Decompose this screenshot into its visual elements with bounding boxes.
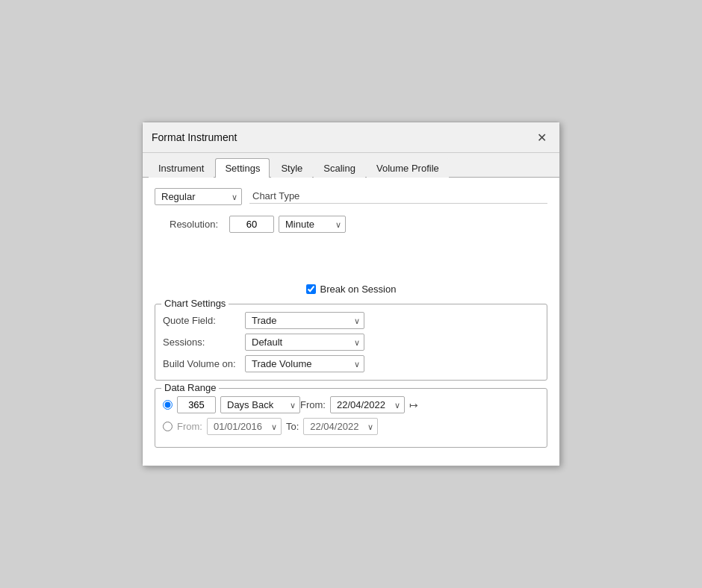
data-range-row-2: From: 01/01/2016 To: 22/04/2022	[163, 418, 539, 435]
tab-bar: Instrument Settings Style Scaling Volume…	[143, 153, 559, 178]
to-date-select[interactable]: 22/04/2022	[303, 418, 378, 435]
tab-settings[interactable]: Settings	[215, 158, 270, 178]
quote-field-select[interactable]: Trade Bid Ask Mid	[245, 312, 364, 329]
resolution-row: Resolution: Second Minute Hour Day Week …	[170, 216, 547, 233]
to-label: To:	[286, 421, 299, 432]
from-date-dropdown-1[interactable]: 22/04/2022	[330, 396, 405, 413]
days-back-select[interactable]: Days Back Bars Back Weeks Back	[220, 396, 300, 413]
tab-scaling[interactable]: Scaling	[314, 158, 365, 178]
build-volume-dropdown[interactable]: Trade Volume Bid Volume Ask Volume	[245, 355, 364, 372]
close-button[interactable]: ✕	[532, 128, 550, 146]
sessions-dropdown[interactable]: Default Extended Custom	[245, 334, 364, 351]
to-date-dropdown[interactable]: 22/04/2022	[303, 418, 378, 435]
data-range-radio-1[interactable]	[163, 400, 173, 410]
chart-type-label: Chart Type	[249, 190, 547, 204]
tab-volume-profile[interactable]: Volume Profile	[367, 158, 449, 178]
chart-type-dropdown-wrapper[interactable]: Regular Heikin-Ashi Renko Kagi Point & F…	[155, 188, 242, 205]
sessions-select[interactable]: Default Extended Custom	[245, 334, 364, 351]
from-label-2: From:	[177, 421, 202, 432]
break-on-session-label: Break on Session	[320, 284, 397, 295]
resolution-unit-dropdown[interactable]: Second Minute Hour Day Week Month	[279, 216, 346, 233]
dialog-body: Regular Heikin-Ashi Renko Kagi Point & F…	[143, 178, 559, 466]
data-range-group: Data Range Days Back Bars Back Weeks Bac…	[155, 388, 547, 448]
spacer	[155, 239, 547, 284]
quote-field-label: Quote Field:	[163, 315, 245, 326]
tab-style[interactable]: Style	[271, 158, 312, 178]
build-volume-select[interactable]: Trade Volume Bid Volume Ask Volume	[245, 355, 364, 372]
data-range-legend: Data Range	[161, 382, 219, 393]
sessions-label: Sessions:	[163, 337, 245, 348]
from-date-select-1[interactable]: 22/04/2022	[330, 396, 405, 413]
resolution-label: Resolution:	[170, 219, 229, 230]
break-on-session-checkbox[interactable]	[306, 284, 316, 294]
chart-type-row: Regular Heikin-Ashi Renko Kagi Point & F…	[155, 188, 547, 205]
sessions-row: Sessions: Default Extended Custom	[163, 334, 539, 351]
format-instrument-dialog: Format Instrument ✕ Instrument Settings …	[142, 122, 560, 466]
resolution-unit-select[interactable]: Second Minute Hour Day Week Month	[279, 216, 346, 233]
titlebar: Format Instrument ✕	[143, 122, 559, 153]
chart-settings-legend: Chart Settings	[161, 298, 229, 309]
quote-field-row: Quote Field: Trade Bid Ask Mid	[163, 312, 539, 329]
pin-icon[interactable]: ↦	[409, 399, 418, 411]
quote-field-dropdown[interactable]: Trade Bid Ask Mid	[245, 312, 364, 329]
days-back-input[interactable]	[177, 396, 216, 413]
data-range-row-1: Days Back Bars Back Weeks Back From: 22/…	[163, 396, 539, 413]
chart-type-select[interactable]: Regular Heikin-Ashi Renko Kagi Point & F…	[155, 188, 242, 205]
from-date-dropdown-2[interactable]: 01/01/2016	[207, 418, 282, 435]
chart-settings-group: Chart Settings Quote Field: Trade Bid As…	[155, 304, 547, 381]
from-date-select-2[interactable]: 01/01/2016	[207, 418, 282, 435]
from-label-1: From:	[300, 399, 326, 410]
tab-instrument[interactable]: Instrument	[149, 158, 214, 178]
days-back-dropdown[interactable]: Days Back Bars Back Weeks Back	[220, 396, 300, 413]
break-on-session-row: Break on Session	[155, 284, 547, 295]
dialog-title: Format Instrument	[152, 131, 237, 143]
data-range-radio-2[interactable]	[163, 422, 173, 431]
resolution-input[interactable]	[229, 216, 274, 233]
build-volume-label: Build Volume on:	[163, 358, 245, 369]
build-volume-row: Build Volume on: Trade Volume Bid Volume…	[163, 355, 539, 372]
